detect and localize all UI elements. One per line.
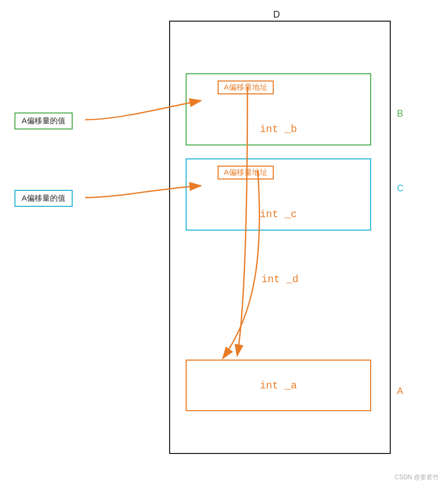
label-b: B	[397, 108, 403, 119]
label-a: A	[397, 386, 403, 397]
watermark: CSDN @姜君竹	[394, 473, 439, 482]
label-c: C	[397, 183, 404, 194]
var-label-a: int _a	[187, 380, 370, 392]
addr-label-b: A偏移量地址	[218, 80, 274, 94]
box-d: A偏移量地址 int _b A偏移量地址 int _c int _a	[169, 21, 391, 454]
box-c: A偏移量地址 int _c	[186, 158, 371, 231]
page-container: D A偏移量地址 int _b A偏移量地址 int _c int _a B C…	[0, 0, 448, 487]
box-a: int _a	[186, 360, 371, 411]
label-d: D	[273, 9, 280, 20]
float-label-cyan: A偏移量的值	[14, 190, 73, 207]
float-label-green: A偏移量的值	[14, 112, 73, 129]
int-d-label: int _d	[169, 273, 391, 285]
addr-label-c: A偏移量地址	[218, 166, 274, 180]
box-b: A偏移量地址 int _b	[186, 73, 371, 145]
var-label-b: int _b	[187, 123, 370, 135]
var-label-c: int _c	[187, 208, 370, 220]
